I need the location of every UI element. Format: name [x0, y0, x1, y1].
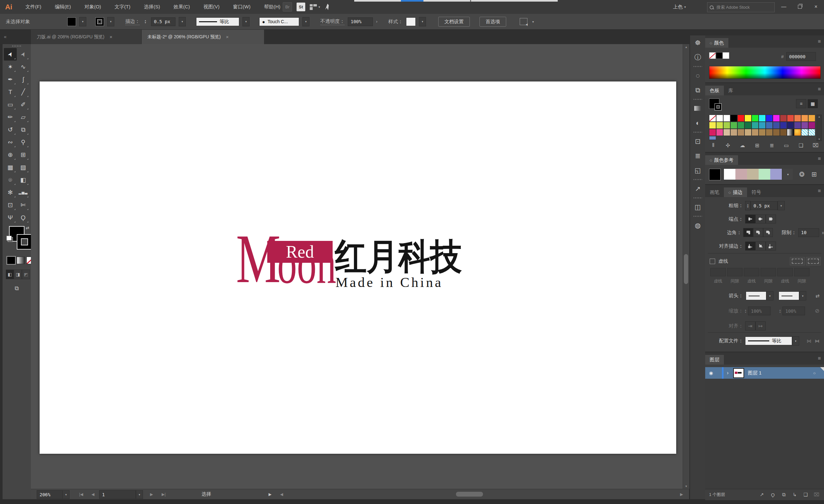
list-view-button[interactable]: ≡	[796, 99, 806, 108]
cap-butt-button[interactable]	[745, 214, 755, 223]
width-tool[interactable]: ∾	[4, 136, 17, 148]
swatch[interactable]	[730, 122, 737, 129]
collect-for-export-icon[interactable]: ↗	[756, 492, 767, 498]
swatch[interactable]	[787, 115, 794, 122]
vertical-scroll-thumb[interactable]	[684, 254, 688, 284]
align-panel-icon[interactable]: ≣	[690, 148, 706, 163]
document-tab-active[interactable]: 未标题-2* @ 206% (RGB/GPU 预览) ×	[142, 30, 264, 44]
stroke-color-chevron[interactable]: ▾	[107, 17, 114, 26]
artboards-panel-icon[interactable]: ◫	[690, 200, 706, 214]
none-swatch[interactable]	[709, 52, 716, 59]
cap-round-button[interactable]	[755, 214, 766, 223]
swatch[interactable]	[716, 115, 723, 122]
swatch[interactable]	[808, 122, 815, 129]
new-swatch-icon[interactable]: ❑	[796, 141, 807, 149]
navigator-panel-icon[interactable]: ☸	[690, 35, 706, 50]
expand-layer-icon[interactable]: ›	[727, 370, 728, 376]
stepper-down-icon[interactable]: ▾	[144, 22, 146, 24]
swatch[interactable]	[709, 129, 716, 136]
swatch[interactable]	[737, 115, 744, 122]
panel-menu-icon[interactable]: ≡	[818, 39, 821, 44]
variation-swatch[interactable]	[747, 169, 759, 180]
zoom-chevron[interactable]: ▾	[63, 490, 70, 499]
gradient-mode-button[interactable]	[17, 257, 25, 264]
swatch[interactable]	[773, 122, 780, 129]
direct-selection-tool[interactable]: ➤	[17, 48, 30, 61]
status-expander-icon[interactable]: ▶	[266, 490, 274, 498]
menu-item[interactable]: 窗口(W)	[226, 0, 257, 14]
color-wheel-icon[interactable]: ❂	[799, 170, 805, 178]
swatch[interactable]	[730, 115, 737, 122]
variation-white[interactable]	[724, 169, 735, 180]
arrowhead-end-chevron[interactable]: ▾	[799, 291, 806, 300]
symbol-sprayer-tool[interactable]: ✻	[4, 186, 17, 199]
document-tab-inactive[interactable]: 刀版.ai @ 208% (RGB/GPU 预览) ×	[31, 30, 142, 44]
swap-fill-stroke-icon[interactable]: ⇄	[26, 225, 29, 230]
artboard-chevron[interactable]: ▾	[136, 490, 143, 499]
style-swatch[interactable]	[406, 17, 416, 26]
black-swatch[interactable]	[716, 52, 723, 59]
vertical-scrollbar[interactable]: ▴ ▾	[683, 44, 690, 489]
variation-swatch[interactable]	[735, 169, 747, 180]
menu-item[interactable]: 效果(C)	[167, 0, 197, 14]
artboard[interactable]: Red M oon 红月科技 Made in China	[39, 82, 676, 454]
gradient-tool[interactable]: ▧	[17, 161, 30, 174]
line-segment-tool[interactable]: ╱	[17, 86, 30, 98]
zoom-level-field[interactable]: 206%	[37, 490, 63, 499]
fill-color-swatch[interactable]	[67, 17, 76, 26]
locate-object-icon[interactable]: Ϙ	[767, 492, 778, 498]
hex-value-field[interactable]: 000000	[786, 52, 816, 61]
zoom-tool[interactable]: Ϙ	[17, 211, 30, 224]
rotate-tool[interactable]: ↺	[4, 123, 17, 136]
transparency-panel-icon[interactable]: ◐	[690, 116, 706, 130]
join-miter-button[interactable]	[743, 228, 753, 237]
scroll-down-icon[interactable]: ▾	[819, 137, 820, 141]
swatch-libraries-icon[interactable]: ⫴	[708, 141, 719, 149]
magic-wand-panel-icon[interactable]: ◌	[690, 68, 706, 83]
stroke-weight-stepper[interactable]: ▴ ▾	[143, 17, 148, 26]
layer-thumbnail[interactable]	[733, 368, 744, 378]
swatch[interactable]	[744, 115, 751, 122]
swatch[interactable]	[723, 115, 730, 122]
menu-item[interactable]: 文件(F)	[19, 0, 48, 14]
horizontal-scroll-thumb[interactable]	[456, 492, 483, 497]
artboard-number-field[interactable]: 1	[99, 490, 136, 499]
panel-menu-icon[interactable]: ≡	[818, 86, 821, 92]
profile-chevron[interactable]: ▾	[792, 336, 799, 345]
weight-chevron[interactable]: ▾	[778, 201, 785, 210]
stroke-weight-chevron[interactable]: ▾	[179, 17, 186, 26]
stock-icon[interactable]: St	[297, 3, 305, 11]
swap-arrowheads-icon[interactable]: ⇄	[815, 293, 820, 299]
artboard-tool[interactable]: ⊡	[4, 199, 17, 211]
align-outside-button[interactable]	[766, 241, 776, 250]
draw-inside-button[interactable]: ◩	[22, 270, 30, 279]
swatch[interactable]	[723, 129, 730, 136]
selection-tool[interactable]: ➤	[4, 48, 17, 61]
align-dashes-button[interactable]	[806, 257, 821, 265]
white-swatch[interactable]	[723, 52, 729, 59]
logo-tagline[interactable]: Made in China	[335, 274, 443, 290]
hand-tool[interactable]: Ψ	[4, 211, 17, 224]
swatch[interactable]	[759, 129, 766, 136]
swatch[interactable]	[723, 122, 730, 129]
logo-artwork[interactable]: Red M oon 红月科技 Made in China	[230, 220, 519, 300]
next-artboard-icon[interactable]: ▶	[147, 490, 156, 498]
panel-collapse-icon[interactable]: ◇	[710, 159, 712, 162]
cap-projecting-button[interactable]	[766, 214, 776, 223]
tools-grip[interactable]	[12, 45, 21, 47]
swatch[interactable]	[808, 129, 815, 136]
swatch[interactable]	[709, 122, 716, 129]
pathfinder-panel-icon[interactable]: ⧉	[690, 83, 706, 97]
document-setup-button[interactable]: 文档设置	[438, 17, 470, 27]
eyedropper-tool[interactable]: ⌾	[4, 174, 17, 186]
swatch-scrollbar[interactable]: ▴ ▾	[817, 115, 822, 141]
opacity-label[interactable]: 不透明度：	[320, 18, 344, 25]
colorize-dropdown[interactable]: 上色 ▾	[673, 0, 686, 14]
brush-definition-chevron[interactable]: ▾	[302, 17, 309, 26]
tab-color-guide[interactable]: ◇ 颜色参考	[705, 155, 738, 165]
swatch[interactable]	[780, 129, 787, 136]
tab-libraries[interactable]: 库	[724, 86, 738, 95]
variations-chevron[interactable]: ▾	[783, 169, 793, 180]
style-chevron[interactable]: ▾	[419, 17, 426, 26]
prev-artboard-icon[interactable]: ◀	[89, 490, 97, 498]
